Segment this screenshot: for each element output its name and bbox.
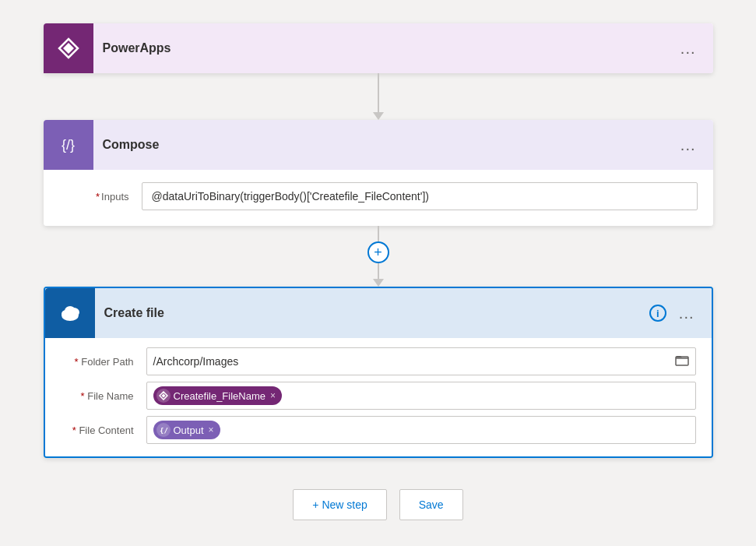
powerapps-card: PowerApps ... [44, 23, 713, 73]
bottom-actions: + New step Save [293, 489, 462, 520]
filename-token-remove[interactable]: × [270, 390, 276, 401]
powerapps-title: PowerApps [93, 41, 676, 55]
powerapps-icon-container [44, 23, 93, 73]
compose-card-body: *Inputs [44, 170, 713, 226]
powerapps-menu-button[interactable]: ... [676, 37, 701, 61]
svg-marker-8 [161, 394, 165, 398]
createfile-icon-container [45, 288, 95, 338]
file-content-label: * File Content [61, 424, 146, 436]
compose-menu-button[interactable]: ... [676, 133, 701, 157]
filename-token-text: Createfile_FileName [174, 390, 266, 402]
connector-line-top [378, 226, 379, 241]
folder-path-row: * Folder Path /Archcorp/Images [61, 347, 696, 375]
compose-inputs-label: *Inputs [59, 191, 129, 203]
compose-icon: {/} [62, 137, 75, 153]
file-name-label: * File Name [61, 390, 146, 402]
folder-path-input[interactable]: /Archcorp/Images [146, 347, 696, 375]
createfile-menu-button[interactable]: ... [674, 301, 699, 326]
connector-arrow-2 [373, 279, 384, 287]
folder-path-label: * Folder Path [61, 356, 146, 368]
createfile-card-body: * Folder Path /Archcorp/Images [45, 338, 712, 456]
compose-inputs-field[interactable] [142, 182, 698, 210]
connector-arrow-1 [373, 112, 384, 120]
file-name-row: * File Name Createfile_FileName × [61, 382, 696, 410]
compose-card-header: {/} Compose ... [44, 120, 713, 170]
filename-token-icon [156, 389, 171, 403]
save-button[interactable]: Save [399, 489, 463, 520]
createfile-info-button[interactable]: i [649, 305, 666, 322]
file-content-input[interactable]: {/} Output × [146, 416, 696, 444]
output-token[interactable]: {/} Output × [153, 421, 220, 439]
svg-text:{/}: {/} [160, 427, 168, 435]
file-name-input[interactable]: Createfile_FileName × [146, 382, 696, 410]
powerapps-card-header: PowerApps ... [44, 23, 713, 73]
file-content-row: * File Content {/} Output × [61, 416, 696, 444]
connector-line-bottom [378, 263, 379, 279]
compose-title: Compose [93, 138, 676, 152]
createfile-menu-area: i ... [649, 301, 699, 326]
folder-path-value: /Archcorp/Images [153, 355, 675, 368]
output-token-icon: {/} [156, 423, 171, 437]
add-step-button[interactable]: + [367, 241, 389, 263]
createfile-card-header: Create file i ... [45, 288, 712, 338]
connector-2: + [367, 226, 389, 287]
output-token-remove[interactable]: × [209, 424, 214, 435]
compose-inputs-row: *Inputs [59, 182, 698, 210]
output-token-text: Output [174, 424, 204, 436]
connector-line-1 [378, 73, 379, 112]
powerapps-icon [56, 36, 81, 61]
folder-browse-icon[interactable] [675, 354, 689, 369]
compose-icon-container: {/} [44, 120, 93, 170]
createfile-card: Create file i ... * Folder Path /Archcor… [44, 287, 713, 458]
svg-point-5 [65, 306, 76, 315]
createfile-title: Create file [95, 306, 649, 320]
new-step-button[interactable]: + New step [293, 489, 386, 520]
filename-token[interactable]: Createfile_FileName × [153, 386, 283, 405]
connector-1 [373, 73, 384, 120]
svg-marker-1 [63, 43, 74, 54]
cloud-icon [57, 300, 83, 326]
compose-card: {/} Compose ... *Inputs [44, 120, 713, 226]
